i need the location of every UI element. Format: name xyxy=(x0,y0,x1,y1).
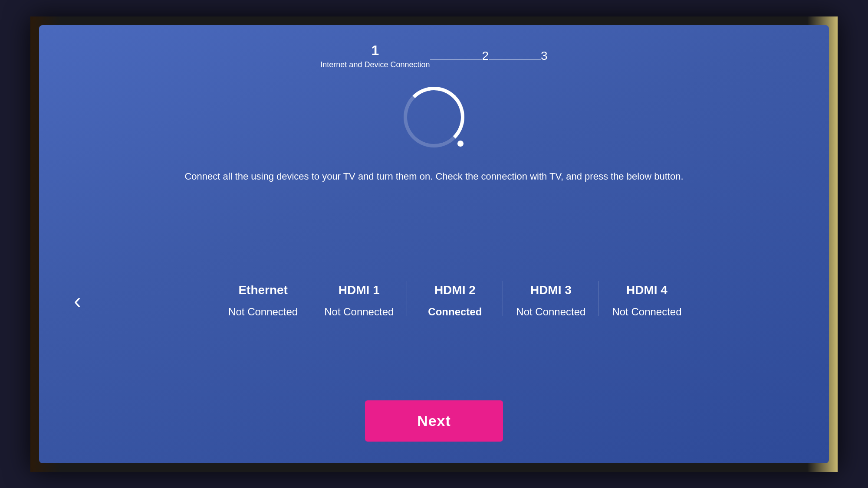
step-line-1 xyxy=(430,59,482,60)
connection-hdmi3: HDMI 3 Not Connected xyxy=(503,283,598,318)
step-line-2 xyxy=(489,59,541,60)
connection-hdmi1: HDMI 1 Not Connected xyxy=(311,283,407,318)
connection-hdmi2-name: HDMI 2 xyxy=(434,283,476,297)
step-3-number: 3 xyxy=(541,49,548,63)
spinner-ring xyxy=(404,87,464,147)
back-button[interactable]: ‹ xyxy=(65,281,90,320)
connection-ethernet-name: Ethernet xyxy=(238,283,288,297)
step-1: 1 Internet and Device Connection xyxy=(320,43,430,69)
step-1-number: 1 xyxy=(372,43,379,59)
step-3: 3 xyxy=(541,49,548,63)
connection-ethernet: Ethernet Not Connected xyxy=(215,283,311,318)
connection-hdmi1-status: Not Connected xyxy=(324,306,394,318)
tv-screen: 1 Internet and Device Connection 2 3 xyxy=(39,25,829,463)
connection-hdmi4-name: HDMI 4 xyxy=(626,283,667,297)
step-1-label: Internet and Device Connection xyxy=(320,60,430,69)
step-3-wrapper: 3 xyxy=(541,49,548,63)
connection-ethernet-status: Not Connected xyxy=(228,306,298,318)
next-button[interactable]: Next xyxy=(365,400,503,442)
spinner-container xyxy=(399,82,469,152)
step-2-wrapper: 2 xyxy=(482,49,489,63)
connection-hdmi4: HDMI 4 Not Connected xyxy=(599,283,694,318)
connection-hdmi2-status: Connected xyxy=(428,306,482,318)
step-2-number: 2 xyxy=(482,49,489,63)
connection-hdmi1-name: HDMI 1 xyxy=(339,283,380,297)
connection-hdmi4-status: Not Connected xyxy=(612,306,681,318)
step-2: 2 xyxy=(482,49,489,63)
description-text: Connect all the using devices to your TV… xyxy=(184,169,683,183)
connection-hdmi3-status: Not Connected xyxy=(516,306,585,318)
step-1-wrapper: 1 Internet and Device Connection xyxy=(320,43,430,69)
connections-grid: Ethernet Not Connected HDMI 1 Not Connec… xyxy=(107,283,803,318)
steps-row: 1 Internet and Device Connection 2 3 xyxy=(320,43,547,69)
connection-hdmi2: HDMI 2 Connected xyxy=(407,283,503,318)
connections-area: ‹ Ethernet Not Connected HDMI 1 Not Conn… xyxy=(65,210,803,392)
connection-hdmi3-name: HDMI 3 xyxy=(530,283,572,297)
spinner-dot xyxy=(457,141,464,147)
tv-frame: 1 Internet and Device Connection 2 3 xyxy=(30,16,838,472)
